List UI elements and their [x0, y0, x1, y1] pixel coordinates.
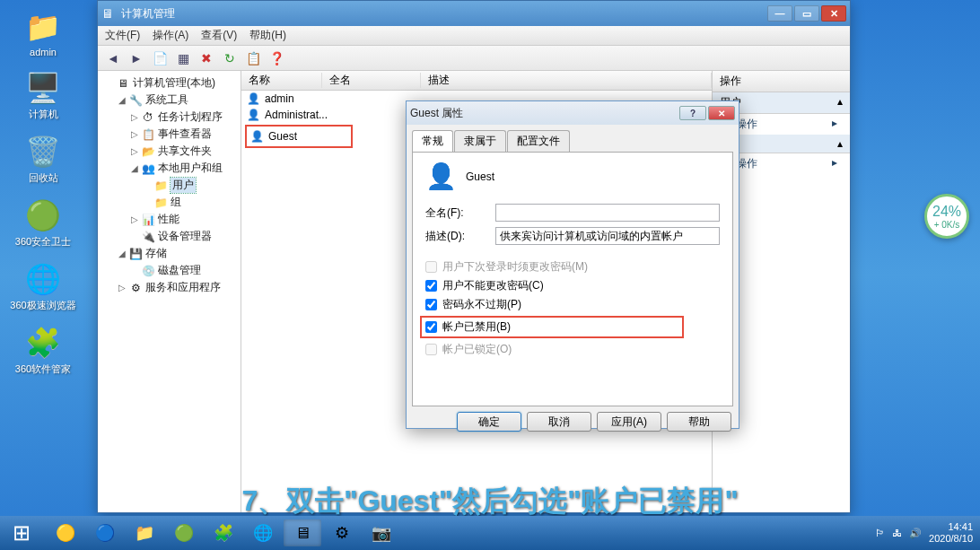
expand-icon[interactable]: ▷	[118, 283, 127, 292]
check-label: 帐户已禁用(B)	[442, 319, 511, 335]
menu-file[interactable]: 文件(F)	[105, 28, 140, 43]
clock[interactable]: 14:41 2020/8/10	[929, 521, 973, 545]
task-app2[interactable]: 🧩	[205, 519, 242, 546]
window-title: 计算机管理	[121, 6, 767, 22]
minimize-button[interactable]: —	[767, 5, 792, 22]
maximize-button[interactable]: ▭	[794, 5, 819, 22]
ok-button[interactable]: 确定	[457, 412, 521, 432]
desktop-icon-360-browser[interactable]: 🌐360极速浏览器	[7, 261, 79, 312]
checkbox	[425, 261, 437, 273]
task-app4[interactable]: ⚙	[323, 519, 361, 546]
task-app3[interactable]: 🌐	[244, 519, 282, 546]
tree-node-磁盘管理[interactable]: 💿磁盘管理	[100, 262, 239, 279]
forward-button[interactable]: ►	[127, 48, 146, 68]
close-button[interactable]: ✕	[821, 5, 846, 22]
tray-sound-icon[interactable]: 🔊	[909, 528, 922, 539]
refresh-button[interactable]: ↻	[220, 48, 240, 68]
help-button[interactable]: 帮助	[667, 412, 731, 432]
cancel-button[interactable]: 取消	[527, 412, 591, 432]
node-label: 设备管理器	[158, 229, 212, 244]
export-button[interactable]: 📋	[243, 48, 263, 68]
delete-button[interactable]: ✖	[197, 48, 216, 68]
tree-node-存储[interactable]: ◢💾存储	[100, 245, 239, 262]
tray-flag-icon[interactable]: 🏳	[875, 528, 885, 538]
task-app1[interactable]: 🟢	[165, 519, 203, 546]
dialog-close-button[interactable]: ✕	[708, 106, 735, 120]
task-app5[interactable]: 📷	[363, 519, 400, 546]
tree-node-用户[interactable]: 📁用户	[100, 177, 239, 194]
expand-icon[interactable]: ▷	[130, 129, 139, 139]
expand-icon[interactable]: ◢	[118, 95, 127, 105]
tab-body: 👤 Guest 全名(F): 描述(D): 用户下次登录时须更改密码(M)用户不…	[412, 152, 733, 406]
dialog-buttons: 确定 取消 应用(A) 帮助	[407, 412, 739, 439]
dialog-help-button[interactable]: ?	[679, 106, 706, 120]
guest-properties-dialog: Guest 属性 ? ✕ 常规 隶属于 配置文件 👤 Guest 全名(F): …	[406, 100, 739, 429]
desktop-icon-recycle[interactable]: 🗑️回收站	[7, 134, 79, 185]
desktop-icon-computer[interactable]: 🖥️计算机	[7, 70, 79, 121]
tree-node-事件查看器[interactable]: ▷📋事件查看器	[100, 126, 239, 143]
tab-profile[interactable]: 配置文件	[507, 130, 570, 152]
tree-node-计算机管理(本地)[interactable]: 🖥计算机管理(本地)	[100, 74, 239, 92]
tab-memberof[interactable]: 隶属于	[454, 130, 506, 152]
checkbox[interactable]	[425, 321, 437, 333]
check-用户不能更改密码(C)[interactable]: 用户不能更改密码(C)	[425, 278, 720, 293]
list-row-Guest[interactable]: 👤Guest	[245, 125, 353, 148]
up-button[interactable]: 📄	[150, 48, 170, 68]
task-ie[interactable]: 🔵	[86, 519, 124, 546]
help-button[interactable]: ❓	[267, 48, 286, 68]
expand-icon[interactable]: ▷	[130, 112, 139, 122]
node-icon: 📋	[141, 128, 155, 141]
check-帐户已锁定(O): 帐户已锁定(O)	[425, 342, 720, 357]
tree-node-性能[interactable]: ▷📊性能	[100, 211, 239, 228]
tree-node-设备管理器[interactable]: 🔌设备管理器	[100, 228, 239, 245]
task-computer-mgmt[interactable]: 🖥	[284, 519, 321, 546]
folder-icon: 📁	[23, 9, 63, 45]
col-desc[interactable]: 描述	[421, 73, 712, 88]
col-name[interactable]: 名称	[241, 73, 322, 88]
desktop-icon-admin[interactable]: 📁admin	[7, 9, 79, 57]
expand-icon[interactable]: ◢	[130, 163, 139, 173]
node-icon: ⏱	[141, 111, 155, 124]
tree-pane[interactable]: 🖥计算机管理(本地)◢🔧系统工具▷⏱任务计划程序▷📋事件查看器▷📂共享文件夹◢👥…	[98, 71, 241, 512]
desktop-icons: 📁admin 🖥️计算机 🗑️回收站 🟢360安全卫士 🌐360极速浏览器 🧩3…	[7, 9, 79, 388]
titlebar[interactable]: 🖥 计算机管理 — ▭ ✕	[98, 1, 850, 26]
desktop-icon-360-security[interactable]: 🟢360安全卫士	[7, 197, 79, 249]
check-帐户已禁用(B)[interactable]: 帐户已禁用(B)	[420, 316, 684, 338]
desktop-icon-360-software[interactable]: 🧩360软件管家	[7, 325, 79, 376]
back-button[interactable]: ◄	[103, 48, 123, 68]
tree-node-共享文件夹[interactable]: ▷📂共享文件夹	[100, 143, 239, 160]
checkbox[interactable]	[425, 299, 437, 310]
menu-help[interactable]: 帮助(H)	[249, 28, 286, 43]
speed-badge[interactable]: 24% + 0K/s	[924, 194, 969, 239]
col-fullname[interactable]: 全名	[322, 73, 421, 88]
fullname-input[interactable]	[495, 204, 720, 222]
expand-icon[interactable]: ▷	[130, 214, 139, 224]
apply-button[interactable]: 应用(A)	[597, 412, 661, 432]
menu-view[interactable]: 查看(V)	[201, 28, 237, 43]
tree-node-服务和应用程序[interactable]: ▷⚙服务和应用程序	[100, 279, 239, 296]
node-icon: 📁	[153, 179, 168, 192]
chevron-up-icon: ▴	[837, 95, 843, 110]
list-header: 名称 全名 描述	[241, 71, 712, 91]
props-button[interactable]: ▦	[173, 48, 193, 68]
node-icon: 💿	[141, 265, 155, 277]
tree-node-任务计划程序[interactable]: ▷⏱任务计划程序	[100, 109, 239, 126]
task-explorer[interactable]: 🟡	[47, 519, 84, 546]
dialog-titlebar[interactable]: Guest 属性 ? ✕	[407, 101, 739, 125]
tree-node-系统工具[interactable]: ◢🔧系统工具	[100, 92, 239, 109]
menu-action[interactable]: 操作(A)	[153, 28, 188, 43]
chevron-right-icon: ▸	[832, 117, 837, 129]
tree-node-组[interactable]: 📁组	[100, 194, 239, 211]
browser-icon: 🌐	[23, 261, 63, 297]
tab-general[interactable]: 常规	[412, 130, 453, 152]
check-密码永不过期(P)[interactable]: 密码永不过期(P)	[425, 297, 720, 312]
task-folder[interactable]: 📁	[126, 519, 163, 546]
check-用户下次登录时须更改密码(M): 用户下次登录时须更改密码(M)	[425, 259, 720, 275]
checkbox[interactable]	[425, 280, 437, 292]
desc-input[interactable]	[495, 227, 720, 245]
start-button[interactable]: ⊞	[0, 516, 43, 550]
expand-icon[interactable]: ▷	[130, 146, 139, 156]
tree-node-本地用户和组[interactable]: ◢👥本地用户和组	[100, 160, 239, 177]
expand-icon[interactable]: ◢	[118, 249, 127, 258]
tray-network-icon[interactable]: 🖧	[892, 528, 902, 538]
